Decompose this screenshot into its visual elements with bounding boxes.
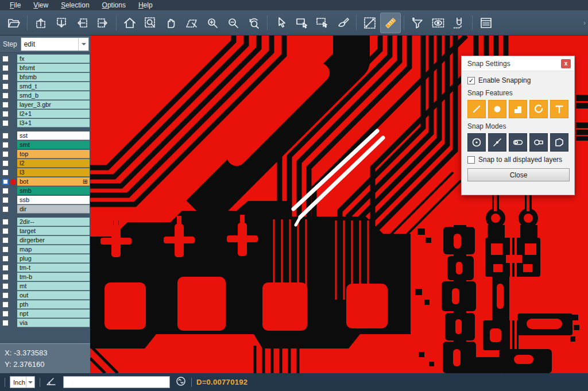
snap-mode-slot-left-button[interactable]	[529, 133, 548, 152]
layer-visibility-checkbox[interactable]	[2, 151, 9, 157]
step-dropdown[interactable]: edit	[21, 37, 89, 51]
layer-visibility-checkbox[interactable]	[2, 311, 9, 317]
angle-mode-button[interactable]	[45, 375, 57, 390]
layer-label[interactable]: smd_t ⊞	[17, 82, 90, 91]
view-options-button[interactable]	[428, 13, 448, 33]
layer-label[interactable]: l2 ⊞	[17, 159, 90, 168]
layer-visibility-checkbox[interactable]	[2, 320, 9, 326]
layer-visibility-checkbox[interactable]	[2, 219, 9, 225]
zoom-window-button[interactable]	[140, 13, 161, 33]
layer-visibility-checkbox[interactable]	[2, 83, 9, 90]
layer-visibility-checkbox[interactable]	[2, 169, 9, 176]
import-right-button[interactable]	[92, 13, 113, 33]
layer-visibility-checkbox[interactable]	[2, 188, 9, 194]
layer-visibility-checkbox[interactable]	[2, 102, 9, 108]
layer-label[interactable]: smb ⊞	[17, 187, 90, 195]
step-dropdown-button[interactable]	[78, 38, 88, 51]
layer-visibility-checkbox[interactable]	[2, 301, 9, 308]
snap-mode-contour-button[interactable]	[550, 133, 568, 152]
layer-visibility-checkbox[interactable]	[2, 160, 9, 167]
layer-label[interactable]: bfsmb ⊞	[17, 73, 90, 82]
layer-label[interactable]: dir ⊞	[17, 205, 90, 214]
layer-label[interactable]: 2dir-- ⊞	[17, 218, 90, 226]
snap-button[interactable]	[448, 13, 469, 33]
snap-mode-slot-right-button[interactable]	[509, 133, 527, 152]
layer-visibility-checkbox[interactable]	[2, 111, 9, 117]
layer-label[interactable]: layer_3.gbr ⊞	[17, 100, 90, 109]
layer-visibility-checkbox[interactable]	[2, 255, 9, 262]
layer-label[interactable]: bot ⊞	[17, 177, 90, 186]
layer-label[interactable]: plug ⊞	[17, 254, 90, 263]
layer-visibility-checkbox[interactable]	[2, 74, 9, 80]
menu-file[interactable]: File	[3, 0, 27, 10]
layer-label[interactable]: ssb ⊞	[17, 196, 90, 204]
layer-visibility-checkbox[interactable]	[2, 274, 9, 280]
menu-options[interactable]: Options	[96, 0, 132, 10]
clean-button[interactable]	[332, 13, 353, 33]
layer-visibility-checkbox[interactable]	[2, 92, 9, 99]
select-rectangle-button[interactable]	[291, 13, 312, 33]
home-view-button[interactable]	[119, 13, 140, 33]
unit-dropdown[interactable]: Inch	[10, 376, 35, 388]
layer-label[interactable]: tm-t ⊞	[17, 264, 90, 272]
layer-label[interactable]: tm-b ⊞	[17, 273, 90, 281]
layer-label[interactable]: smt ⊞	[17, 141, 90, 149]
layer-label[interactable]: l3 ⊞	[17, 168, 90, 177]
snap-feature-surface-button[interactable]	[509, 100, 527, 118]
layer-visibility-checkbox[interactable]	[2, 206, 9, 212]
layer-label[interactable]: pth ⊞	[17, 300, 90, 309]
layer-label[interactable]: bfsmt ⊞	[17, 64, 90, 72]
menu-selection[interactable]: Selection	[55, 0, 95, 10]
snap-feature-arc-button[interactable]	[529, 100, 548, 118]
snap-feature-line-button[interactable]	[467, 100, 486, 118]
menu-view[interactable]: View	[27, 0, 55, 10]
snap-feature-pad-button[interactable]	[488, 100, 506, 118]
layer-label[interactable]: fx ⊞	[17, 55, 90, 63]
layer-label[interactable]: target ⊞	[17, 227, 90, 235]
layer-visibility-checkbox[interactable]	[2, 246, 9, 253]
zoom-polygon-button[interactable]	[181, 13, 202, 33]
command-input[interactable]	[63, 376, 170, 388]
filter-button[interactable]	[407, 13, 428, 33]
layer-visibility-checkbox[interactable]	[2, 65, 9, 71]
sync-button[interactable]	[175, 375, 187, 389]
ruler-button[interactable]	[380, 13, 401, 33]
layer-visibility-checkbox[interactable]	[2, 142, 9, 148]
dialog-close-icon[interactable]: x	[561, 59, 571, 68]
enable-snapping-checkbox[interactable]	[467, 77, 475, 84]
menu-help[interactable]: Help	[132, 0, 159, 10]
layer-label[interactable]: npt ⊞	[17, 309, 90, 318]
layer-visibility-checkbox[interactable]	[2, 56, 9, 62]
select-button[interactable]	[270, 13, 291, 33]
snap-mode-midpoint-button[interactable]	[488, 133, 506, 152]
layer-visibility-checkbox[interactable]	[2, 292, 9, 299]
layer-label[interactable]: l3+1 ⊞	[17, 119, 90, 127]
snap-feature-text-button[interactable]	[550, 100, 568, 118]
layer-visibility-checkbox[interactable]	[2, 197, 9, 203]
close-button[interactable]: Close	[467, 168, 570, 181]
measure-distance-button[interactable]	[359, 13, 380, 33]
layer-label[interactable]: l2+1 ⊞	[17, 110, 90, 118]
layer-visibility-checkbox[interactable]	[2, 283, 9, 289]
layer-label[interactable]: sst ⊞	[17, 131, 90, 140]
toolbar-overflow-chevron[interactable]: ›	[583, 19, 586, 27]
snap-all-layers-checkbox[interactable]	[467, 156, 475, 164]
snap-mode-center-button[interactable]	[467, 133, 486, 152]
import-top-button[interactable]	[30, 13, 51, 33]
layer-visibility-checkbox[interactable]	[2, 179, 9, 185]
zoom-out-button[interactable]	[223, 13, 243, 33]
layer-label[interactable]: via ⊞	[17, 319, 90, 327]
layer-visibility-checkbox[interactable]	[2, 237, 9, 243]
zoom-in-button[interactable]	[202, 13, 223, 33]
layer-visibility-checkbox[interactable]	[2, 120, 9, 126]
pan-button[interactable]	[161, 13, 181, 33]
dialog-title-bar[interactable]: Snap Settings x	[462, 56, 574, 71]
layer-label[interactable]: smd_b ⊞	[17, 91, 90, 100]
layer-label[interactable]: mt ⊞	[17, 282, 90, 291]
layer-visibility-checkbox[interactable]	[2, 265, 9, 271]
layer-label[interactable]: top ⊞	[17, 150, 90, 158]
select-lasso-button[interactable]	[312, 13, 332, 33]
import-left-button[interactable]	[72, 13, 92, 33]
layer-label[interactable]: dirgerber ⊞	[17, 236, 90, 245]
report-button[interactable]	[475, 13, 496, 33]
